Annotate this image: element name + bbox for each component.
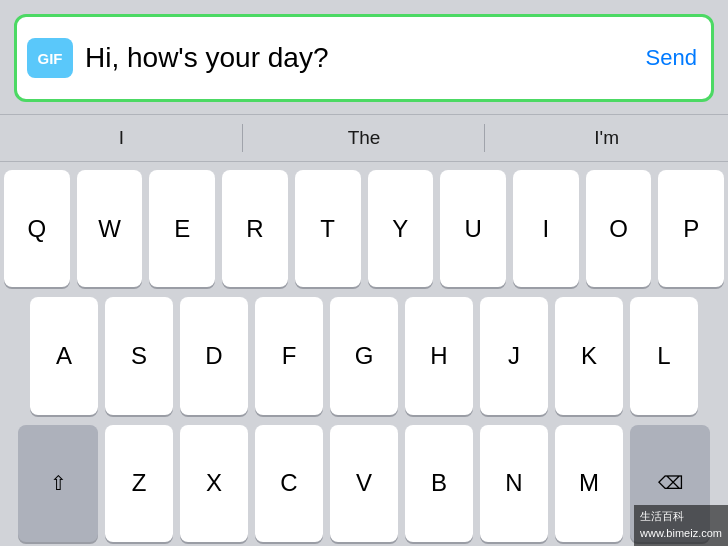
key-t[interactable]: T <box>295 170 361 287</box>
key-c[interactable]: C <box>255 425 323 542</box>
key-v[interactable]: V <box>330 425 398 542</box>
key-a[interactable]: A <box>30 297 98 414</box>
key-j[interactable]: J <box>480 297 548 414</box>
key-k[interactable]: K <box>555 297 623 414</box>
shift-key[interactable]: ⇧ <box>18 425 98 542</box>
watermark-line2: www.bimeiz.com <box>640 525 722 543</box>
autocomplete-item-the[interactable]: The <box>243 115 486 161</box>
key-e[interactable]: E <box>149 170 215 287</box>
key-d[interactable]: D <box>180 297 248 414</box>
keyboard-row-3: ⇧ Z X C V B N M ⌫ <box>4 425 724 542</box>
autocomplete-item-i[interactable]: I <box>0 115 243 161</box>
send-button[interactable]: Send <box>642 45 701 71</box>
autocomplete-item-im[interactable]: I'm <box>485 115 728 161</box>
keyboard-row-1: Q W E R T Y U I O P <box>4 170 724 287</box>
key-l[interactable]: L <box>630 297 698 414</box>
key-q[interactable]: Q <box>4 170 70 287</box>
keyboard-row-2: A S D F G H J K L <box>4 297 724 414</box>
key-b[interactable]: B <box>405 425 473 542</box>
key-f[interactable]: F <box>255 297 323 414</box>
key-y[interactable]: Y <box>368 170 434 287</box>
key-s[interactable]: S <box>105 297 173 414</box>
watermark: 生活百科 www.bimeiz.com <box>634 505 728 546</box>
key-u[interactable]: U <box>440 170 506 287</box>
message-input[interactable] <box>73 42 642 74</box>
key-g[interactable]: G <box>330 297 398 414</box>
key-h[interactable]: H <box>405 297 473 414</box>
key-o[interactable]: O <box>586 170 652 287</box>
key-m[interactable]: M <box>555 425 623 542</box>
key-z[interactable]: Z <box>105 425 173 542</box>
key-w[interactable]: W <box>77 170 143 287</box>
autocomplete-bar: I The I'm <box>0 114 728 162</box>
keyboard: Q W E R T Y U I O P A S D F G H J K L ⇧ … <box>0 162 728 546</box>
key-i[interactable]: I <box>513 170 579 287</box>
key-x[interactable]: X <box>180 425 248 542</box>
key-r[interactable]: R <box>222 170 288 287</box>
gif-button[interactable]: GIF <box>27 38 73 78</box>
message-bar: GIF Send <box>14 14 714 102</box>
watermark-line1: 生活百科 <box>640 508 722 526</box>
key-p[interactable]: P <box>658 170 724 287</box>
key-n[interactable]: N <box>480 425 548 542</box>
